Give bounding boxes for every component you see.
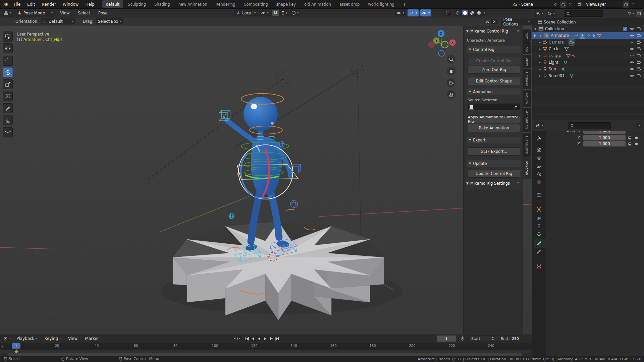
tool-pose-breakdowner[interactable] — [3, 127, 13, 137]
outliner-row-camera[interactable]: ▶ Camera — [532, 39, 644, 46]
timeline-editor-type-dropdown[interactable]: ▾ — [2, 335, 12, 342]
camera-visibility-icon[interactable] — [637, 60, 641, 65]
expand-icon[interactable]: ▶ — [538, 68, 541, 71]
outliner-row-armature[interactable]: ▶ Armature — [532, 32, 644, 39]
camera-visibility-icon[interactable] — [637, 73, 641, 78]
menu-help[interactable]: Help — [82, 1, 97, 8]
properties-tab-object[interactable] — [533, 207, 545, 213]
gizmo-x-neg[interactable] — [428, 42, 435, 48]
camera-view-button[interactable] — [447, 78, 455, 87]
shading-dropdown[interactable]: ▾ — [483, 12, 486, 14]
eye-icon[interactable] — [630, 47, 634, 51]
animate-dot[interactable]: ● — [635, 136, 638, 139]
viewlayer-duplicate-button[interactable] — [623, 1, 629, 8]
tool-measure[interactable] — [3, 115, 13, 125]
drag-mode-dropdown[interactable]: Select Box▾ — [96, 18, 124, 24]
tab-animation[interactable]: Animation — [523, 108, 531, 132]
pin-icon[interactable] — [553, 2, 557, 7]
scene-unlink-button[interactable] — [567, 1, 573, 7]
properties-search-input[interactable] — [568, 122, 611, 129]
workspace-tab-asset-drop[interactable]: asset drop — [336, 0, 363, 8]
auto-key-button[interactable]: ▾ — [233, 336, 242, 342]
viewport-3d[interactable]: User Perspective (1) Armature : Ctrl_Hip… — [0, 26, 532, 334]
settings-drag-dots[interactable] — [517, 182, 521, 185]
menu-window[interactable]: Window — [60, 1, 82, 8]
camera-visibility-icon[interactable] — [637, 26, 641, 31]
scene-duplicate-button[interactable] — [560, 1, 567, 8]
create-control-rig-button[interactable]: Create Control Rig — [468, 57, 520, 65]
pan-button[interactable] — [447, 67, 455, 75]
workspace-tab-new-animation[interactable]: new Animation — [175, 0, 211, 8]
shading-solid-button[interactable] — [462, 10, 468, 15]
mixamo-settings-panel-header[interactable]: ▼ Mixamo Rig Settings — [466, 181, 521, 186]
end-frame-field[interactable]: End 250 — [498, 336, 522, 342]
export-subpanel-header[interactable]: ▼Export — [467, 137, 521, 143]
pose-options-dropdown[interactable]: Pose Options▾ — [501, 18, 532, 25]
eye-closed-icon[interactable] — [630, 53, 634, 58]
eye-icon[interactable] — [630, 73, 634, 78]
current-frame-field[interactable]: 1 — [437, 336, 456, 342]
tool-transform[interactable] — [3, 91, 13, 101]
collection-checkbox[interactable]: ✓ — [623, 27, 627, 31]
workspace-tab-old-animation[interactable]: old Animation — [301, 0, 335, 8]
prev-keyframe-button[interactable] — [251, 337, 255, 341]
properties-tab-physics[interactable] — [533, 216, 545, 222]
jump-to-start-button[interactable] — [245, 337, 249, 341]
shading-wireframe-button[interactable] — [454, 10, 461, 16]
tab-view[interactable]: View — [523, 55, 531, 68]
tab-blenquick[interactable]: BlenQuick — [523, 133, 531, 157]
eye-closed-icon[interactable] — [630, 40, 634, 45]
expand-icon[interactable]: ▶ — [538, 74, 541, 77]
outliner-row-circle[interactable]: ▶ Circle — [532, 46, 644, 52]
playhead-badge[interactable]: 1 — [12, 343, 20, 349]
timeline-scrollbar[interactable] — [8, 353, 522, 356]
camera-visibility-icon[interactable] — [637, 33, 641, 38]
mode-dropdown[interactable]: Pose Mode▾ — [15, 10, 55, 17]
head[interactable] — [244, 97, 278, 131]
scale-z-slider[interactable]: 1.000 — [583, 141, 626, 146]
menu-playback[interactable]: Playback▾ — [13, 335, 40, 342]
gizmo-y-neg[interactable] — [441, 41, 448, 48]
outliner-filter-collection-dropdown[interactable]: ▾ — [546, 10, 556, 17]
workspace-tab-default[interactable]: default — [102, 0, 123, 8]
gltf-export-button[interactable]: GLTF Export... — [468, 147, 520, 156]
show-overlays-dropdown[interactable]: ▾ — [420, 9, 431, 16]
navigation-gizmo[interactable]: Z Y X — [426, 29, 460, 59]
properties-tab-scene[interactable] — [533, 171, 545, 178]
transform-orientation-dropdown[interactable]: Local▾ — [234, 9, 258, 16]
gizmo-z-neg[interactable] — [438, 50, 444, 56]
properties-tab-texture[interactable] — [533, 264, 545, 270]
eyedropper-icon[interactable] — [513, 105, 518, 109]
visibility-dropdown[interactable]: ▾ — [395, 9, 406, 16]
shading-rendered-button[interactable] — [476, 10, 482, 15]
eye-icon[interactable] — [630, 60, 634, 65]
workspace-tab-sculpting[interactable]: Sculpting — [124, 0, 150, 8]
animation-subpanel-header[interactable]: ▼Animation — [467, 88, 521, 95]
update-subpanel-header[interactable]: ▼Update — [467, 160, 521, 167]
pivot-point-dropdown[interactable]: ▾ — [259, 9, 270, 16]
expand-icon[interactable]: ▶ — [538, 41, 541, 44]
bake-animation-button[interactable]: Bake Animation — [468, 124, 520, 132]
scene-selector[interactable]: ▾ Scene — [511, 1, 559, 8]
source-skeleton-field[interactable] — [468, 104, 520, 110]
timeline-channel-area[interactable] — [0, 350, 532, 353]
tab-mixamo[interactable]: Mixamo — [523, 158, 531, 179]
outliner-search-input[interactable] — [564, 10, 603, 17]
menu-view[interactable]: View — [57, 9, 72, 17]
tab-kei2m[interactable]: kei2m — [523, 90, 531, 107]
snap-toggle[interactable] — [272, 10, 279, 16]
menu-select[interactable]: Select — [75, 9, 93, 17]
xray-toggle[interactable] — [444, 10, 452, 16]
outliner-display-mode-dropdown[interactable]: ▾ — [534, 10, 544, 17]
use-preview-range-toggle[interactable] — [460, 336, 465, 341]
scale-x-slider[interactable]: 1.000 — [583, 131, 626, 134]
outliner-row-collection[interactable]: ▼ Collection ✓ — [532, 25, 644, 32]
properties-tab-constraints[interactable] — [533, 224, 545, 230]
eye-icon[interactable] — [630, 26, 634, 31]
menu-file[interactable]: File — [11, 1, 23, 8]
blender-logo-icon[interactable] — [3, 1, 10, 7]
properties-tab-collection[interactable] — [533, 192, 545, 198]
new-collection-button[interactable] — [636, 10, 642, 17]
expand-icon[interactable]: ▶ — [539, 34, 543, 37]
menu-view-timeline[interactable]: View — [65, 335, 80, 342]
